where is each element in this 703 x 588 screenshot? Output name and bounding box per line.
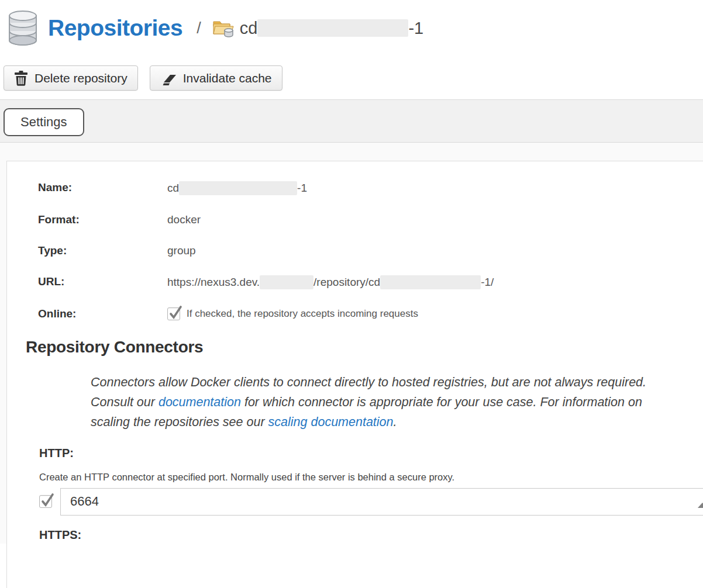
name-value-prefix: cd: [167, 182, 179, 195]
form-row-format: Format: docker: [38, 213, 703, 226]
name-label: Name:: [38, 181, 167, 194]
intro-text-2: for which connector is appropriate for: [241, 395, 455, 409]
online-help-text: If checked, the repository accepts incom…: [187, 308, 418, 320]
url-label: URL:: [38, 275, 167, 288]
page-header: Repositories / cd -1: [0, 0, 703, 49]
type-value: group: [167, 244, 196, 257]
number-stepper[interactable]: [698, 493, 703, 511]
online-checkbox[interactable]: [167, 307, 180, 320]
repo-name-suffix: -1: [408, 19, 423, 38]
repo-name-prefix: cd: [240, 19, 258, 38]
form-row-online: Online: If checked, the repository accep…: [38, 307, 703, 320]
http-help-text: Create an HTTP connector at specified po…: [39, 472, 703, 483]
database-icon: [7, 10, 39, 46]
trash-icon: [14, 71, 28, 86]
name-value-suffix: -1: [297, 182, 307, 195]
settings-panel: Name: cd -1 Format: docker Type: group U…: [6, 161, 703, 588]
redacted-url-host: [260, 275, 313, 289]
name-value: cd -1: [167, 181, 307, 195]
delete-repository-label: Delete repository: [35, 71, 127, 85]
delete-repository-button[interactable]: Delete repository: [4, 65, 138, 91]
redacted-name-value: [179, 181, 297, 195]
http-enabled-checkbox[interactable]: [39, 495, 52, 508]
folder-repository-icon: [213, 19, 234, 37]
type-label: Type:: [38, 244, 167, 257]
url-value-prefix: https://nexus3.dev.: [167, 276, 260, 289]
checkmark-icon: [41, 492, 55, 507]
repository-connectors-heading: Repository Connectors: [26, 338, 703, 357]
redacted-repo-name: [257, 19, 408, 37]
url-value-mid: /repository/cd: [313, 276, 380, 289]
online-label: Online:: [38, 307, 167, 320]
invalidate-cache-label: Invalidate cache: [183, 71, 272, 85]
http-label: HTTP:: [39, 447, 703, 460]
checkmark-icon: [169, 305, 183, 320]
form-row-name: Name: cd -1: [38, 181, 703, 195]
page-title-repositories-link[interactable]: Repositories: [48, 15, 182, 41]
http-port-field: [60, 488, 703, 516]
connectors-intro: Connectors allow Docker clients to conne…: [91, 373, 652, 433]
form-row-url: URL: https://nexus3.dev. /repository/cd …: [38, 275, 703, 289]
format-value: docker: [167, 213, 201, 226]
content-area: Name: cd -1 Format: docker Type: group U…: [0, 143, 703, 544]
breadcrumb-repo-name: cd -1: [240, 19, 423, 38]
documentation-link[interactable]: documentation: [158, 395, 241, 409]
breadcrumb-separator: /: [197, 19, 201, 37]
stepper-up-icon[interactable]: [698, 493, 703, 508]
https-label: HTTPS:: [39, 528, 703, 542]
online-value: If checked, the repository accepts incom…: [167, 307, 418, 320]
intro-text-3: .: [394, 415, 397, 429]
scaling-documentation-link[interactable]: scaling documentation: [268, 415, 394, 429]
invalidate-cache-button[interactable]: Invalidate cache: [150, 65, 282, 91]
http-port-row: [39, 488, 703, 516]
toolbar: Delete repository Invalidate cache: [0, 65, 703, 91]
url-value-suffix: -1/: [481, 276, 494, 289]
eraser-icon: [160, 71, 177, 86]
form-row-type: Type: group: [38, 244, 703, 257]
tab-bar: Settings: [0, 99, 703, 143]
url-value: https://nexus3.dev. /repository/cd -1/: [167, 275, 494, 289]
tab-settings[interactable]: Settings: [4, 108, 84, 136]
format-label: Format:: [38, 213, 167, 226]
redacted-url-repo: [380, 275, 481, 289]
http-port-input[interactable]: [60, 488, 703, 516]
